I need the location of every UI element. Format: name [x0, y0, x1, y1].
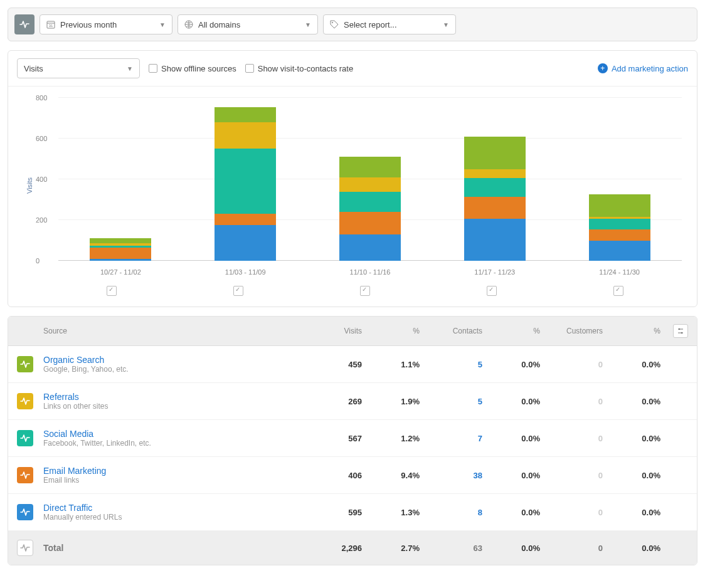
contacts-pct: 0.0% [482, 508, 540, 517]
contacts-value[interactable]: 5 [420, 360, 482, 369]
customers-value: 0 [540, 434, 603, 443]
y-axis-label: Visits [23, 92, 33, 280]
period-dropdown[interactable]: 31 Previous month ▼ [40, 14, 172, 34]
bar-segment [90, 248, 151, 259]
bar-segment [215, 214, 276, 225]
calendar-check-icon[interactable] [107, 286, 117, 296]
table-row: Email MarketingEmail links4069.4%380.0%0… [8, 457, 697, 494]
calendar-check-icon[interactable] [360, 286, 370, 296]
calendar-check-icon[interactable] [487, 286, 497, 296]
table-row: ReferralsLinks on other sites2691.9%50.0… [8, 383, 697, 420]
table-total-row: Total2,2962.7%630.0%00.0% [8, 531, 697, 565]
source-subtitle: Email links [43, 476, 299, 485]
header-contacts-pct: % [482, 327, 540, 335]
contacts-pct: 0.0% [482, 471, 540, 480]
visits-pct: 1.1% [362, 360, 420, 369]
x-tick-label: 10/27 - 11/02 [58, 268, 183, 276]
sources-table: Source Visits % Contacts % Customers % O… [8, 316, 697, 565]
bar-segment [215, 225, 276, 261]
source-title[interactable]: Referrals [43, 392, 299, 402]
chart-bar[interactable] [464, 137, 526, 261]
contacts-value[interactable]: 8 [420, 508, 482, 517]
bar-segment [339, 192, 401, 213]
x-tick-label: 11/24 - 11/30 [557, 268, 682, 276]
chart-bar[interactable] [215, 107, 276, 261]
analytics-icon-button[interactable] [14, 14, 34, 34]
chart-bar[interactable] [589, 194, 650, 261]
pulse-icon [19, 19, 29, 29]
source-icon [17, 356, 33, 372]
top-toolbar: 31 Previous month ▼ All domains ▼ Select… [8, 8, 697, 41]
bar-segment [464, 197, 526, 219]
customers-pct: 0.0% [603, 360, 660, 369]
bar-segment [339, 212, 401, 234]
domain-dropdown[interactable]: All domains ▼ [178, 14, 318, 34]
svg-text:31: 31 [49, 24, 53, 28]
table-settings-button[interactable] [673, 324, 688, 338]
bar-segment [589, 241, 650, 261]
chevron-down-icon: ▼ [159, 21, 166, 28]
bar-segment [339, 234, 401, 261]
bar-segment [339, 177, 401, 192]
customers-pct: 0.0% [603, 434, 660, 443]
contacts-pct: 0.0% [482, 434, 540, 443]
source-subtitle: Google, Bing, Yahoo, etc. [43, 365, 299, 374]
chart-card: Visits ▼ Show offline sources Show visit… [8, 50, 697, 307]
header-customers-pct: % [603, 327, 660, 335]
report-dropdown[interactable]: Select report... ▼ [323, 14, 456, 34]
customers-value: 0 [540, 360, 603, 369]
total-contacts: 63 [420, 543, 482, 553]
source-icon [17, 504, 33, 520]
contacts-value[interactable]: 5 [420, 397, 482, 406]
calendar-check-icon[interactable] [613, 286, 623, 296]
table-header-row: Source Visits % Contacts % Customers % [8, 317, 697, 346]
visits-value: 459 [299, 360, 362, 369]
add-action-label: Add marketing action [612, 64, 688, 73]
visits-value: 567 [299, 434, 362, 443]
bar-segment [589, 194, 650, 217]
chart-controls: Visits ▼ Show offline sources Show visit… [8, 51, 697, 87]
contacts-value[interactable]: 38 [420, 471, 482, 480]
total-visits: 2,296 [299, 543, 362, 553]
bar-segment [215, 149, 276, 214]
source-title[interactable]: Direct Traffic [43, 503, 299, 513]
source-title[interactable]: Email Marketing [43, 466, 299, 476]
globe-icon [184, 20, 193, 29]
svg-point-8 [681, 332, 682, 333]
y-tick-label: 400 [36, 176, 47, 183]
chart-plot[interactable]: 0200400600800 10/27 - 11/0211/03 - 11/09… [33, 92, 682, 280]
visits-pct: 9.4% [362, 471, 420, 480]
source-title[interactable]: Social Media [43, 429, 299, 439]
svg-point-6 [679, 328, 680, 330]
total-label: Total [43, 543, 299, 553]
show-offline-checkbox[interactable]: Show offline sources [149, 64, 236, 73]
source-title[interactable]: Organic Search [43, 355, 299, 365]
bar-segment [589, 219, 650, 229]
total-visits-pct: 2.7% [362, 543, 420, 553]
header-contacts: Contacts [420, 327, 482, 335]
table-row: Organic SearchGoogle, Bing, Yahoo, etc.4… [8, 346, 697, 383]
bar-segment [589, 229, 650, 241]
calendar-check-icon[interactable] [233, 286, 243, 296]
metric-dropdown[interactable]: Visits ▼ [17, 58, 140, 78]
source-subtitle: Links on other sites [43, 402, 299, 411]
chart-bar[interactable] [90, 238, 151, 261]
y-tick-label: 800 [36, 94, 47, 102]
chart-bar[interactable] [339, 157, 401, 261]
table-row: Direct TrafficManually entered URLs5951.… [8, 494, 697, 531]
add-marketing-action-button[interactable]: + Add marketing action [598, 63, 688, 73]
total-icon [17, 540, 33, 556]
bar-segment [339, 157, 401, 177]
visits-pct: 1.3% [362, 508, 420, 517]
contacts-value[interactable]: 7 [420, 434, 482, 443]
customers-pct: 0.0% [603, 471, 660, 480]
source-icon [17, 467, 33, 483]
show-rate-checkbox[interactable]: Show visit-to-contacts rate [245, 64, 353, 73]
chevron-down-icon: ▼ [127, 65, 133, 72]
bar-segment [464, 219, 526, 261]
calendar-icon: 31 [46, 20, 55, 29]
bar-segment [215, 107, 276, 122]
total-customers: 0 [540, 543, 603, 553]
visits-value: 406 [299, 471, 362, 480]
bar-segment [215, 122, 276, 149]
